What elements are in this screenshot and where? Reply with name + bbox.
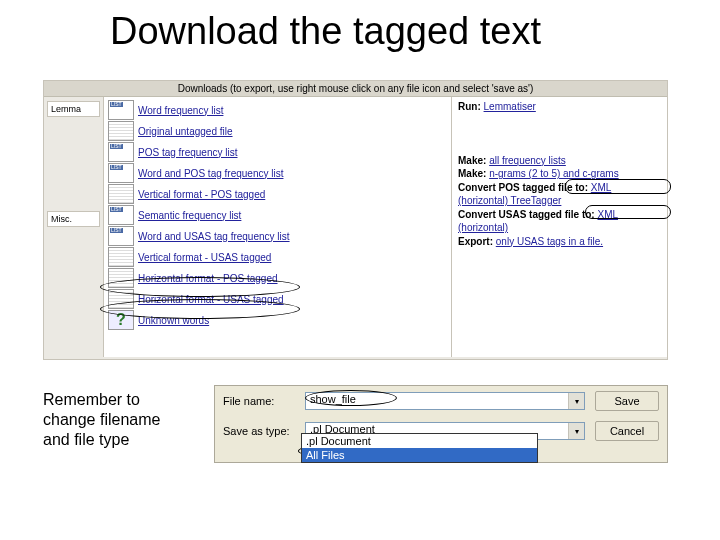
save-button[interactable]: Save: [595, 391, 659, 411]
link-unknown[interactable]: Unknown words: [138, 315, 209, 326]
option-all-files[interactable]: All Files: [302, 448, 537, 462]
file-icon[interactable]: [108, 184, 134, 204]
slide-title: Download the tagged text: [110, 10, 541, 53]
link-original[interactable]: Original untagged file: [138, 126, 233, 137]
list-icon[interactable]: [108, 100, 134, 120]
savetype-label: Save as type:: [223, 425, 295, 437]
filename-label: File name:: [223, 395, 295, 407]
left-tabs: Lemma Misc.: [44, 97, 104, 357]
convert-label: Convert USAS tagged file to:: [458, 209, 595, 220]
filename-input[interactable]: show_file: [305, 392, 585, 410]
actions-column: Run: Lemmatiser Make: all frequency list…: [452, 97, 667, 357]
note-text: Remember to change filename and file typ…: [43, 390, 183, 450]
tab-misc[interactable]: Misc.: [47, 211, 100, 227]
convert-label: Convert POS tagged file to:: [458, 182, 588, 193]
run-label: Run:: [458, 101, 481, 112]
link-word-usas-freq[interactable]: Word and USAS tag frequency list: [138, 231, 290, 242]
list-icon[interactable]: [108, 163, 134, 183]
link-vert-pos[interactable]: Vertical format - POS tagged: [138, 189, 265, 200]
make-ngrams[interactable]: n-grams (2 to 5) and c-grams: [489, 168, 619, 179]
file-icon[interactable]: [108, 289, 134, 309]
export-label: Export:: [458, 236, 493, 247]
question-icon[interactable]: ?: [108, 310, 134, 330]
file-list: Word frequency list Original untagged fi…: [104, 97, 452, 357]
cancel-button[interactable]: Cancel: [595, 421, 659, 441]
list-icon[interactable]: [108, 142, 134, 162]
link-horiz-pos[interactable]: Horizontal format - POS tagged: [138, 273, 278, 284]
link-word-freq[interactable]: Word frequency list: [138, 105, 223, 116]
file-icon[interactable]: [108, 121, 134, 141]
option-pl-document[interactable]: .pl Document: [302, 434, 537, 448]
run-lemmatiser[interactable]: Lemmatiser: [484, 101, 536, 112]
make-label: Make:: [458, 155, 486, 166]
list-icon[interactable]: [108, 205, 134, 225]
file-icon[interactable]: [108, 268, 134, 288]
export-usas-tags[interactable]: only USAS tags in a file.: [496, 236, 603, 247]
link-pos-freq[interactable]: POS tag frequency list: [138, 147, 238, 158]
link-word-pos-freq[interactable]: Word and POS tag frequency list: [138, 168, 283, 179]
link-sem-freq[interactable]: Semantic frequency list: [138, 210, 241, 221]
list-icon[interactable]: [108, 226, 134, 246]
tab-lemma[interactable]: Lemma: [47, 101, 100, 117]
panel-header: Downloads (to export, use right mouse cl…: [44, 81, 667, 97]
savetype-dropdown[interactable]: .pl Document All Files: [301, 433, 538, 463]
make-label: Make:: [458, 168, 486, 179]
make-freq-lists[interactable]: all frequency lists: [489, 155, 566, 166]
link-horiz-usas[interactable]: Horizontal format - USAS tagged: [138, 294, 284, 305]
link-vert-usas[interactable]: Vertical format - USAS tagged: [138, 252, 271, 263]
file-icon[interactable]: [108, 247, 134, 267]
downloads-panel: Downloads (to export, use right mouse cl…: [43, 80, 668, 360]
